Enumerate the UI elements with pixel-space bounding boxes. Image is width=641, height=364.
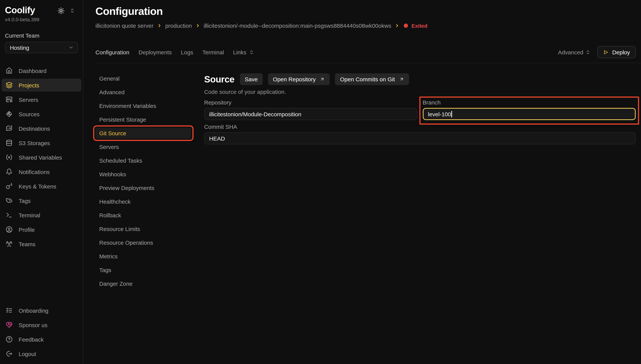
subnav-item-rollback[interactable]: Rollback — [96, 210, 191, 221]
sidebar-footer-menu: Onboarding Sponsor us Feedback Logout — [0, 304, 83, 362]
sidebar-menu: Dashboard Projects Servers Sources Desti… — [0, 64, 83, 250]
brand-block: Coolify v4.0.0-beta.399 — [5, 5, 39, 22]
commit-sha-input[interactable]: HEAD — [204, 132, 636, 144]
key-icon — [6, 183, 13, 190]
tab-configuration[interactable]: Configuration — [96, 49, 129, 55]
subnav-item-healthcheck[interactable]: Healthcheck — [96, 196, 191, 207]
breadcrumb-application[interactable]: illicitestonion/-module--decomposition:m… — [204, 22, 391, 29]
subnav-item-general[interactable]: General — [96, 73, 191, 84]
subnav-item-resource-limits[interactable]: Resource Limits — [96, 224, 191, 234]
logout-icon — [6, 350, 13, 357]
source-description: Code source of your application. — [204, 88, 636, 95]
checklist-icon — [6, 307, 13, 314]
help-circle-icon — [6, 336, 13, 343]
subnav-item-webhooks[interactable]: Webhooks — [96, 169, 191, 180]
text-caret — [451, 111, 452, 117]
tab-terminal[interactable]: Terminal — [202, 49, 224, 55]
subnav-item-advanced[interactable]: Advanced — [96, 87, 191, 98]
sidebar-item-dashboard[interactable]: Dashboard — [2, 64, 81, 77]
subnav-item-danger-zone[interactable]: Danger Zone — [96, 278, 191, 289]
sidebar-item-teams[interactable]: Teams — [2, 238, 81, 250]
status-badge: Exited — [411, 22, 427, 29]
subnav-item-metrics[interactable]: Metrics — [96, 251, 191, 262]
sidebar-item-profile[interactable]: Profile — [2, 223, 81, 236]
sidebar-item-feedback[interactable]: Feedback — [2, 333, 81, 346]
open-commits-button[interactable]: Open Commits on Git — [335, 73, 409, 85]
sidebar-item-notifications[interactable]: Notifications — [2, 165, 81, 178]
theme-toggle-button[interactable] — [58, 7, 65, 14]
sidebar-item-sources[interactable]: Sources — [2, 108, 81, 120]
home-icon — [6, 67, 13, 74]
branch-field-annotation: Branch level-100 — [419, 96, 639, 125]
sun-icon — [58, 7, 65, 14]
tab-links[interactable]: Links — [233, 49, 254, 55]
tab-bar: Configuration Deployments Logs Terminal … — [96, 46, 636, 58]
app-window: Coolify v4.0.0-beta.399 Current Team Hos… — [0, 0, 641, 364]
chevrons-up-down-icon — [249, 50, 254, 54]
repository-label: Repository — [204, 99, 417, 106]
settings-subnav: General Advanced Environment Variables P… — [96, 73, 191, 292]
sidebar-item-tags[interactable]: Tags — [2, 194, 81, 207]
page-title: Configuration — [96, 5, 636, 18]
sidebar-item-sponsor-us[interactable]: Sponsor us — [2, 318, 81, 331]
subnav-item-environment-variables[interactable]: Environment Variables — [96, 100, 191, 111]
map-icon — [6, 125, 13, 132]
git-icon — [6, 110, 13, 118]
sidebar-item-logout[interactable]: Logout — [2, 347, 81, 360]
breadcrumb: illicitonion quote server production ill… — [96, 22, 636, 29]
subnav-item-scheduled-tasks[interactable]: Scheduled Tasks — [96, 155, 191, 166]
repo-branch-row: Repository illicitestonion/Module-Decomp… — [204, 99, 636, 120]
sidebar-item-servers[interactable]: Servers — [2, 93, 81, 106]
chevron-right-icon — [195, 23, 200, 28]
variables-icon — [6, 154, 13, 161]
subnav-item-servers[interactable]: Servers — [96, 141, 191, 152]
version-text: v4.0.0-beta.399 — [5, 17, 39, 22]
sidebar-item-destinations[interactable]: Destinations — [2, 122, 81, 135]
tabs-divider — [96, 63, 641, 63]
play-icon — [603, 49, 609, 55]
subnav-item-persistent-storage[interactable]: Persistent Storage — [96, 114, 191, 125]
subnav-item-git-source[interactable]: Git Source — [96, 128, 191, 139]
git-source-panel: Source Save Open Repository Open Commits… — [204, 73, 636, 144]
open-repository-button[interactable]: Open Repository — [268, 73, 330, 85]
coolify-logo: Coolify — [5, 5, 39, 15]
layers-icon — [6, 82, 13, 88]
external-link-icon — [399, 77, 404, 82]
source-section-header: Source Save Open Repository Open Commits… — [204, 73, 636, 85]
chevron-right-icon — [157, 23, 162, 28]
bell-icon — [6, 168, 13, 175]
chevrons-up-down-icon — [70, 8, 75, 13]
sidebar-item-onboarding[interactable]: Onboarding — [2, 304, 81, 317]
database-icon — [6, 140, 13, 146]
deploy-button[interactable]: Deploy — [597, 46, 636, 58]
sidebar-item-keys-tokens[interactable]: Keys & Tokens — [2, 180, 81, 193]
subnav-item-tags[interactable]: Tags — [96, 264, 191, 276]
tab-bar-actions: Advanced Deploy — [558, 46, 636, 58]
breadcrumb-project[interactable]: illicitonion quote server — [96, 22, 153, 29]
sidebar: Coolify v4.0.0-beta.399 Current Team Hos… — [0, 0, 83, 364]
sidebar-item-s3-storages[interactable]: S3 Storages — [2, 136, 81, 149]
breadcrumb-environment[interactable]: production — [165, 22, 192, 29]
advanced-dropdown[interactable]: Advanced — [558, 49, 590, 55]
sidebar-item-shared-variables[interactable]: Shared Variables — [2, 151, 81, 164]
team-select[interactable]: Hosting — [5, 42, 78, 53]
tab-logs[interactable]: Logs — [181, 49, 193, 55]
tab-deployments[interactable]: Deployments — [138, 49, 172, 55]
subnav-item-resource-operations[interactable]: Resource Operations — [96, 237, 191, 248]
status-dot — [404, 24, 408, 28]
branch-input[interactable]: level-100 — [423, 108, 636, 120]
subnav-item-preview-deployments[interactable]: Preview Deployments — [96, 182, 191, 194]
chevron-down-icon — [69, 45, 74, 50]
save-button[interactable]: Save — [240, 73, 263, 85]
commit-sha-field: Commit SHA HEAD — [204, 124, 636, 144]
theme-mode-selector[interactable] — [70, 8, 75, 13]
sidebar-item-terminal[interactable]: Terminal — [2, 208, 81, 222]
branch-label: Branch — [423, 99, 636, 106]
configuration-content: General Advanced Environment Variables P… — [96, 73, 636, 292]
repository-input[interactable]: illicitestonion/Module-Decomposition — [204, 108, 417, 120]
heart-hands-icon — [6, 322, 13, 328]
users-icon — [6, 240, 13, 247]
external-link-icon — [320, 77, 325, 82]
terminal-icon — [6, 212, 13, 218]
sidebar-item-projects[interactable]: Projects — [2, 79, 81, 92]
